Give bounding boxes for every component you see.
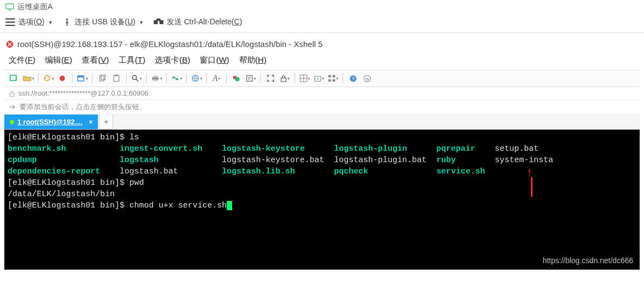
svg-rect-38 <box>10 93 14 96</box>
svg-rect-33 <box>328 79 331 82</box>
arrow-right-icon <box>9 104 16 110</box>
connect-usb-menu[interactable]: 连接 USB 设备(U) ▼ <box>63 17 144 27</box>
transfer-button[interactable]: ▾ <box>170 72 183 84</box>
new-session-button[interactable]: + <box>8 72 21 84</box>
address-bar: ssh://root:***************@127.0.0.1:609… <box>4 87 640 100</box>
help-button[interactable]: ? <box>346 72 359 84</box>
properties-button[interactable]: ▾ <box>76 72 89 84</box>
svg-rect-1 <box>8 10 11 10</box>
watermark: https://blog.csdn.net/dc666 <box>543 255 633 266</box>
lock-icon <box>9 90 15 97</box>
menu-window[interactable]: 窗口(W) <box>200 55 229 65</box>
grid-button[interactable]: ▾ <box>326 72 339 84</box>
svg-point-23 <box>235 77 240 82</box>
svg-rect-15 <box>115 75 118 76</box>
menu-file[interactable]: 文件(F) <box>9 55 35 65</box>
hamburger-icon <box>5 18 15 26</box>
prompt: [elk@ELKlogstash01 bin]$ <box>8 201 129 210</box>
svg-rect-0 <box>6 4 14 9</box>
xshell-icon <box>5 40 14 49</box>
cursor-icon <box>227 201 232 210</box>
svg-rect-14 <box>114 76 119 82</box>
svg-rect-11 <box>77 76 83 77</box>
hint-text: 要添加当前会话，点击左侧的箭头按钮。 <box>19 102 146 112</box>
script-button[interactable]: ▾ <box>244 72 257 84</box>
command: ls <box>129 133 139 142</box>
address-text[interactable]: ssh://root:***************@127.0.0.1:609… <box>18 89 148 97</box>
prompt: [elk@ELKlogstash01 bin]$ <box>8 133 129 142</box>
close-tab-icon[interactable]: × <box>89 118 93 126</box>
vm-menu-bar: 选项(O) ▼ 连接 USB 设备(U) ▼ 发送 Ctrl-Alt-Delet… <box>0 14 644 33</box>
ls-item: cpdump logstash <box>8 156 222 165</box>
reconnect-button[interactable]: ▾ <box>42 72 55 84</box>
terminal[interactable]: [elk@ELKlogstash01 bin]$ ls benchmark.sh… <box>4 130 640 270</box>
xshell-titlebar: root(SSH)@192.168.193.157 - elk@ELKlogst… <box>4 37 640 53</box>
ls-item: pqcheck <box>334 167 368 176</box>
svg-text:?: ? <box>351 76 354 82</box>
send-cad-menu[interactable]: 发送 Ctrl-Alt-Delete(C) <box>154 17 242 27</box>
xshell-title-text: root(SSH)@192.168.193.157 - elk@ELKlogst… <box>17 39 323 49</box>
menu-edit[interactable]: 编辑(E) <box>45 55 72 65</box>
lock-button[interactable]: ▾ <box>278 72 291 84</box>
svg-point-9 <box>60 76 65 81</box>
disconnect-button[interactable] <box>56 72 69 84</box>
send-icon <box>154 18 163 26</box>
menu-tools[interactable]: 工具(T) <box>119 55 145 65</box>
vm-title-text: 运维桌面A <box>17 2 52 12</box>
font-button[interactable]: A▾ <box>210 72 223 84</box>
tab-strip: 1 root(SSH)@192.... × + <box>4 115 640 130</box>
globe-button[interactable]: ▾ <box>190 72 203 84</box>
send-cad-label: 发送 Ctrl-Alt-Delete(C) <box>167 17 242 27</box>
chevron-down-icon: ▼ <box>139 19 144 25</box>
session-tab-1[interactable]: 1 root(SSH)@192.... × <box>4 115 98 129</box>
menu-tabs[interactable]: 选项卡(B) <box>155 55 190 65</box>
status-dot-icon <box>10 120 14 124</box>
svg-point-16 <box>132 76 136 80</box>
ls-item: benchmark.sh ingest-convert.sh <box>8 144 222 153</box>
copy-button[interactable] <box>96 72 109 84</box>
svg-text:+: + <box>15 77 18 82</box>
usb-icon <box>63 18 71 26</box>
find-button[interactable]: ▾ <box>130 72 143 84</box>
menu-bar: 文件(F) 编辑(E) 查看(V) 工具(T) 选项卡(B) 窗口(W) 帮助(… <box>4 53 640 70</box>
xshell-window: root(SSH)@192.168.193.157 - elk@ELKlogst… <box>4 37 640 270</box>
output: /data/ELK/logstash/bin <box>8 190 115 199</box>
svg-rect-20 <box>153 79 157 82</box>
add-tab-button[interactable]: +▾ <box>312 72 325 84</box>
command: chmod u+x service.sh <box>129 201 227 210</box>
options-label: 选项(O) <box>18 17 44 27</box>
svg-rect-32 <box>332 75 335 78</box>
chevron-down-icon: ▼ <box>48 19 53 25</box>
ls-item: dependencies-report <box>8 167 100 176</box>
vm-title-bar: 运维桌面A <box>0 0 644 14</box>
command: pwd <box>129 178 144 187</box>
svg-rect-19 <box>153 75 157 77</box>
open-button[interactable]: ▾ <box>22 72 35 84</box>
svg-text:+: + <box>316 76 319 82</box>
svg-rect-12 <box>100 76 104 81</box>
ls-item: logstash-keystore.bat <box>222 156 324 165</box>
annotation-arrow-stem <box>531 177 533 197</box>
add-tab-button[interactable]: + <box>99 115 113 129</box>
toolbar: + ▾ ▾ ▾ ▾ ▾ ▾ ▾ A▾ ▾ ▾ ▾ +▾ ▾ ? <box>4 70 640 87</box>
menu-help[interactable]: 帮助(H) <box>239 55 267 65</box>
about-button[interactable] <box>360 72 373 84</box>
prompt: [elk@ELKlogstash01 bin]$ <box>8 178 129 187</box>
svg-line-17 <box>136 79 138 82</box>
svg-rect-13 <box>101 75 106 79</box>
print-button[interactable]: ▾ <box>150 72 163 84</box>
color-button[interactable] <box>230 72 243 84</box>
ls-item: logstash-plugin.bat <box>334 156 426 165</box>
fullscreen-button[interactable] <box>264 72 277 84</box>
ls-item: logstash.lib.sh <box>222 167 295 176</box>
paste-button[interactable] <box>110 72 123 84</box>
menu-view[interactable]: 查看(V) <box>82 55 109 65</box>
layout-button[interactable]: ▾ <box>298 72 311 84</box>
monitor-icon <box>5 3 14 11</box>
ls-item: ruby <box>436 156 456 165</box>
svg-rect-31 <box>328 75 331 78</box>
connect-usb-label: 连接 USB 设备(U) <box>75 17 135 27</box>
ls-item: logstash-keystore <box>222 144 305 153</box>
svg-rect-25 <box>281 78 286 82</box>
options-menu[interactable]: 选项(O) ▼ <box>5 17 53 27</box>
